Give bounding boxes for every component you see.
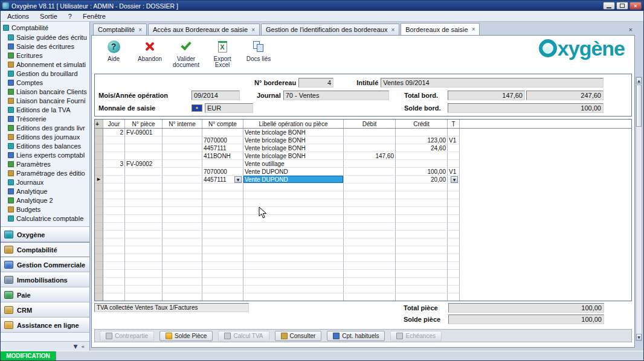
cell-jour[interactable]	[103, 270, 125, 278]
cell-piece[interactable]	[125, 144, 163, 152]
cell-compte[interactable]	[202, 246, 243, 254]
cell-piece[interactable]	[125, 215, 163, 223]
cell-debit[interactable]	[344, 136, 396, 144]
cell-compte[interactable]	[202, 160, 243, 168]
cell-credit[interactable]	[396, 160, 448, 168]
cell-compte[interactable]	[202, 231, 243, 238]
cell-credit[interactable]: 20,00	[396, 176, 448, 184]
cell-libelle[interactable]	[243, 238, 344, 246]
cell-libelle[interactable]	[243, 207, 344, 215]
tab-bordereaux-de-saisie[interactable]: Bordereaux de saisie×	[401, 23, 480, 35]
cell-compte[interactable]	[202, 286, 243, 293]
row-selector[interactable]	[95, 191, 103, 199]
cell-t[interactable]	[448, 129, 460, 136]
row-selector[interactable]	[95, 207, 103, 215]
row-selector[interactable]	[95, 184, 103, 191]
close-button[interactable]: ×	[630, 2, 642, 10]
sidebar-item-gestion-du-brouillard[interactable]: Gestion du brouillard	[1, 69, 89, 78]
row-selector[interactable]	[95, 270, 103, 278]
sidebar-item-comptes[interactable]: Comptes	[1, 78, 89, 87]
sidebar-item-calculatrice-comptable[interactable]: Calculatrice comptable	[1, 214, 89, 223]
row-selector[interactable]	[95, 152, 103, 160]
row-selector[interactable]	[95, 262, 103, 270]
cell-jour[interactable]	[103, 176, 125, 184]
cell-debit[interactable]	[344, 293, 396, 301]
cell-credit[interactable]	[396, 254, 448, 262]
cell-compte[interactable]	[202, 199, 243, 207]
cell-jour[interactable]	[103, 223, 125, 231]
journal-field[interactable]: 70 - Ventes	[283, 91, 389, 100]
cell-interne[interactable]	[163, 152, 202, 160]
cell-interne[interactable]	[163, 278, 202, 286]
sidebar-item-ecritures[interactable]: Ecritures	[1, 51, 89, 60]
cell-libelle[interactable]	[243, 270, 344, 278]
col-header-debit[interactable]: Débit	[344, 120, 396, 128]
row-selector[interactable]	[95, 223, 103, 231]
cell-compte[interactable]	[202, 191, 243, 199]
cell-interne[interactable]	[163, 136, 202, 144]
cell-t[interactable]	[448, 144, 460, 152]
cell-jour[interactable]	[103, 215, 125, 223]
cell-libelle[interactable]	[243, 184, 344, 191]
tab-acces-aux-bordereaux-de-saisie[interactable]: Accès aux Bordereaux de saisie×	[148, 24, 260, 35]
cell-credit[interactable]	[396, 246, 448, 254]
cell-t[interactable]: V1	[448, 136, 460, 144]
sidebar-item-journaux[interactable]: Journaux	[1, 177, 89, 187]
cell-debit[interactable]	[344, 176, 396, 184]
cell-credit[interactable]	[396, 152, 448, 160]
cell-libelle[interactable]: Vente bricolage BONH	[243, 129, 344, 136]
col-header-t[interactable]: T	[448, 120, 460, 128]
cell-jour[interactable]	[103, 191, 125, 199]
cell-compte[interactable]	[202, 278, 243, 286]
row-selector[interactable]: ▶	[95, 176, 103, 184]
cell-jour[interactable]	[103, 144, 125, 152]
cell-libelle[interactable]	[243, 223, 344, 231]
cell-credit[interactable]	[396, 129, 448, 136]
cell-compte[interactable]: 4457111▼	[202, 176, 243, 184]
section-assistance-en-ligne[interactable]: Assistance en ligne	[1, 318, 89, 333]
cell-debit[interactable]	[344, 246, 396, 254]
cell-libelle[interactable]	[243, 293, 344, 301]
cell-interne[interactable]	[163, 262, 202, 270]
sidebar-item-saisie-des-ecritures[interactable]: Saisie des écritures	[1, 42, 89, 51]
cell-credit[interactable]	[396, 262, 448, 270]
cell-t[interactable]	[448, 207, 460, 215]
col-header-n-piece[interactable]: N° pièce	[125, 120, 163, 128]
toolbar-valider-document[interactable]: Valider document	[169, 38, 203, 68]
cell-piece[interactable]	[125, 207, 163, 215]
cell-libelle[interactable]	[243, 286, 344, 293]
cell-debit[interactable]	[344, 129, 396, 136]
cell-piece[interactable]	[125, 270, 163, 278]
row-selector[interactable]	[95, 144, 103, 152]
cell-debit[interactable]: 147,60	[344, 152, 396, 160]
cell-t[interactable]	[448, 152, 460, 160]
cell-t[interactable]	[448, 184, 460, 191]
cell-debit[interactable]	[344, 223, 396, 231]
sidebar-item-budgets[interactable]: Budgets	[1, 205, 89, 214]
menu-[interactable]: ?	[63, 12, 77, 21]
cell-jour[interactable]	[103, 286, 125, 293]
col-header-credit[interactable]: Crédit	[396, 120, 448, 128]
tab-gestion-de-l-identification-des-bordereaux[interactable]: Gestion de l'identification des borderea…	[261, 24, 399, 35]
col-header-jour[interactable]: Jour	[103, 120, 125, 128]
action-consulter[interactable]: Consulter	[275, 331, 322, 341]
cell-credit[interactable]: 123,00	[396, 136, 448, 144]
cell-debit[interactable]	[344, 184, 396, 191]
cell-piece[interactable]	[125, 168, 163, 176]
sidebar-item-parametres[interactable]: Paramètres	[1, 159, 89, 168]
cell-interne[interactable]	[163, 129, 202, 136]
cell-compte[interactable]: 7070000	[202, 136, 243, 144]
cell-t[interactable]	[448, 223, 460, 231]
cell-compte[interactable]	[202, 270, 243, 278]
cell-interne[interactable]	[163, 144, 202, 152]
col-header-libelle-operation-ou-piece[interactable]: Libellé opération ou pièce	[243, 120, 344, 128]
tab-close-icon[interactable]: ×	[472, 26, 475, 33]
maximize-button[interactable]	[616, 2, 628, 10]
sidebar-item-editions-des-journaux[interactable]: Editions des journaux	[1, 132, 89, 141]
cell-piece[interactable]	[125, 176, 163, 184]
cell-piece[interactable]	[125, 278, 163, 286]
section-immobilisations[interactable]: Immobilisations	[1, 272, 89, 287]
cell-libelle[interactable]	[243, 199, 344, 207]
cell-t[interactable]	[448, 254, 460, 262]
cell-interne[interactable]	[163, 207, 202, 215]
